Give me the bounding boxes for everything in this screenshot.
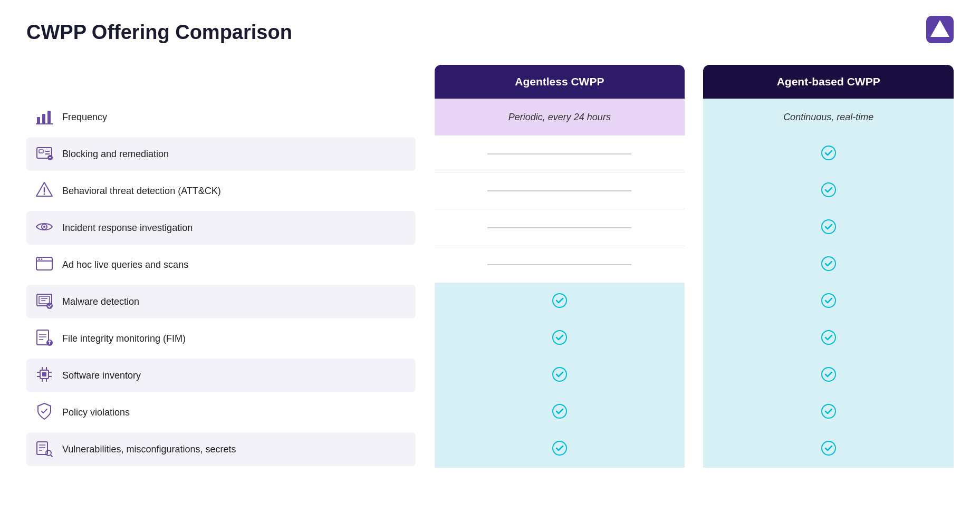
- svg-point-14: [44, 194, 45, 195]
- feature-row-behavioral: Behavioral threat detection (ATT&CK): [26, 172, 954, 209]
- agent-check-policy: [703, 394, 954, 431]
- comparison-table: Agentless CWPP Agent-based CWPP Freque: [26, 65, 954, 468]
- svg-point-17: [43, 226, 45, 228]
- svg-point-52: [822, 404, 835, 418]
- svg-point-28: [46, 303, 53, 309]
- svg-point-49: [553, 368, 566, 381]
- agent-check-software: [703, 357, 954, 394]
- feature-row-fim: File integrity monitoring (FIM): [26, 320, 954, 357]
- feature-row-frequency: Frequency Periodic, every 24 hours Conti…: [26, 99, 954, 136]
- svg-point-22: [41, 258, 43, 260]
- feature-row-incident: Incident response investigation: [26, 209, 954, 246]
- feature-label-software: Software inventory: [26, 357, 416, 394]
- malware-icon: [35, 291, 54, 312]
- agent-check-blocking: [703, 136, 954, 172]
- agentless-check-fim: [435, 320, 685, 357]
- agentless-empty-behavioral: [435, 172, 685, 209]
- svg-point-29: [553, 294, 566, 307]
- svg-rect-2: [37, 117, 40, 123]
- svg-point-59: [553, 441, 566, 455]
- feature-label-adhoc: Ad hoc live queries and scans: [26, 246, 416, 283]
- logo-area: [926, 16, 954, 45]
- svg-point-15: [822, 183, 835, 197]
- feature-row-adhoc: Ad hoc live queries and scans: [26, 246, 954, 283]
- svg-point-38: [822, 331, 835, 344]
- svg-point-21: [39, 258, 40, 260]
- feature-row-policy: Policy violations: [26, 394, 954, 431]
- agent-frequency: Continuous, real-time: [703, 99, 954, 136]
- svg-point-37: [553, 331, 566, 344]
- agent-header: Agent-based CWPP: [703, 65, 954, 99]
- feature-label-frequency: Frequency: [26, 99, 416, 136]
- window-icon: [35, 254, 54, 275]
- feature-label-vulns: Vulnerabilities, misconfigurations, secr…: [26, 431, 416, 468]
- feature-label-incident: Incident response investigation: [26, 209, 416, 246]
- svg-rect-25: [39, 296, 50, 304]
- svg-point-60: [822, 441, 835, 455]
- agent-check-malware: [703, 283, 954, 320]
- agentless-check-malware: [435, 283, 685, 320]
- svg-rect-7: [39, 150, 43, 153]
- agent-check-incident: [703, 209, 954, 246]
- agentless-empty-blocking: [435, 136, 685, 172]
- agent-check-fim: [703, 320, 954, 357]
- feature-label-blocking: Blocking and remediation: [26, 136, 416, 172]
- logo-icon: [926, 16, 954, 43]
- header-row: Agentless CWPP Agent-based CWPP: [26, 65, 954, 99]
- feature-row-blocking: Blocking and remediation: [26, 136, 954, 172]
- agent-check-behavioral: [703, 172, 954, 209]
- feature-label-fim: File integrity monitoring (FIM): [26, 320, 416, 357]
- feature-row-vulns: Vulnerabilities, misconfigurations, secr…: [26, 431, 954, 468]
- page-title: CWPP Offering Comparison: [26, 21, 954, 44]
- search-icon: [35, 439, 54, 460]
- agentless-empty-incident: [435, 209, 685, 246]
- svg-point-30: [822, 294, 835, 307]
- blocking-icon: [35, 143, 54, 165]
- feature-label-policy: Policy violations: [26, 394, 416, 431]
- svg-point-23: [822, 257, 835, 270]
- svg-point-50: [822, 368, 835, 381]
- warning-icon: [35, 180, 54, 201]
- fim-icon: [35, 328, 54, 349]
- svg-point-12: [822, 146, 835, 160]
- bar-chart-icon: [35, 107, 54, 128]
- feature-row-malware: Malware detection: [26, 283, 954, 320]
- agentless-check-software: [435, 357, 685, 394]
- svg-point-51: [553, 404, 566, 418]
- shield-icon: [35, 402, 54, 423]
- agent-check-vulns: [703, 431, 954, 468]
- agentless-empty-adhoc: [435, 246, 685, 283]
- svg-rect-3: [42, 114, 45, 123]
- feature-row-software: Software inventory: [26, 357, 954, 394]
- agentless-check-policy: [435, 394, 685, 431]
- feature-label-malware: Malware detection: [26, 283, 416, 320]
- svg-line-58: [51, 455, 52, 457]
- chip-icon: [35, 365, 54, 386]
- agentless-header: Agentless CWPP: [435, 65, 685, 99]
- svg-rect-4: [47, 111, 51, 123]
- agentless-check-vulns: [435, 431, 685, 468]
- svg-rect-48: [42, 372, 46, 376]
- eye-icon: [35, 217, 54, 238]
- agent-check-adhoc: [703, 246, 954, 283]
- svg-point-18: [822, 220, 835, 234]
- feature-label-behavioral: Behavioral threat detection (ATT&CK): [26, 172, 416, 209]
- agentless-frequency: Periodic, every 24 hours: [435, 99, 685, 136]
